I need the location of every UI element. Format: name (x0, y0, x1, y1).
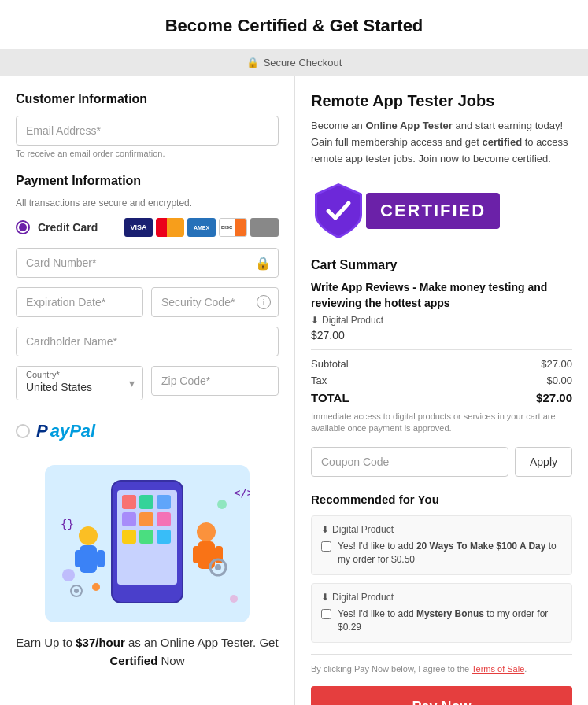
rec2-checkbox-row: Yes! I'd like to add Mystery Bonus to my… (321, 607, 562, 634)
visa-icon: VISA (124, 218, 153, 237)
email-hint: To receive an email order confirmation. (16, 149, 279, 158)
svg-rect-5 (157, 495, 171, 509)
terms-note: By clicking Pay Now below, I agree to th… (311, 663, 572, 676)
expiry-input[interactable] (16, 287, 143, 317)
paypal-option-row: P ayPal (16, 413, 279, 449)
svg-rect-8 (157, 512, 171, 526)
secure-label: Secure Checkout (264, 57, 342, 68)
card-lock-icon: 🔒 (255, 256, 271, 271)
svg-rect-14 (75, 550, 83, 567)
country-select-wrap: Country* United States Canada United Kin… (16, 366, 143, 400)
paypal-p-icon: P (36, 421, 48, 441)
promo-section: </> {} (16, 465, 279, 625)
rec2-text: Yes! I'd like to add Mystery Bonus to my… (338, 607, 562, 634)
rec2-download-icon: ⬇ (321, 592, 329, 603)
pay-now-button[interactable]: Pay Now (311, 686, 572, 705)
svg-point-22 (230, 595, 238, 603)
expiry-field (16, 287, 143, 317)
certified-badge: CERTIFIED (311, 179, 572, 242)
coupon-row: Apply (311, 447, 572, 477)
cardholder-input[interactable] (16, 327, 279, 356)
subtotal-row: Subtotal $27.00 (311, 358, 572, 370)
zip-input[interactable] (151, 366, 279, 396)
amex-icon: AMEX (187, 218, 216, 237)
credit-card-option-row: Credit Card VISA AMEX DISC (16, 218, 279, 237)
paypal-logo-text: ayPal (50, 421, 96, 441)
apply-button[interactable]: Apply (515, 447, 572, 477)
other-card-icon (250, 218, 279, 237)
coupon-input[interactable] (311, 447, 508, 477)
svg-rect-11 (157, 530, 171, 544)
rec1-text: Yes! I'd like to add 20 Ways To Make $10… (338, 540, 562, 567)
email-input[interactable] (16, 116, 279, 146)
access-note: Immediate access to digital products or … (311, 411, 572, 435)
svg-point-29 (92, 583, 100, 591)
zip-field (151, 366, 279, 400)
security-field: i (151, 287, 279, 317)
product-description: Become an Online App Tester and start ea… (311, 118, 572, 167)
product-price: $27.00 (311, 329, 572, 341)
svg-text:</>: </> (234, 486, 250, 499)
cart-summary-title: Cart Summary (311, 258, 572, 272)
svg-rect-7 (139, 512, 153, 526)
total-row: TOTAL $27.00 (311, 391, 572, 404)
svg-rect-10 (139, 530, 153, 544)
customer-info-section: Customer Information To receive an email… (16, 92, 279, 158)
rec-item-2: ⬇ Digital Product Yes! I'd like to add M… (311, 583, 572, 643)
rec1-checkbox-row: Yes! I'd like to add 20 Ways To Make $10… (321, 540, 562, 567)
rec2-header: ⬇ Digital Product (321, 592, 562, 603)
download-icon: ⬇ (311, 315, 319, 326)
svg-point-16 (197, 522, 216, 541)
svg-point-12 (79, 526, 98, 545)
phone-illustration: </> {} (45, 465, 250, 622)
svg-rect-18 (193, 546, 201, 563)
shield-icon (311, 179, 366, 242)
email-field-wrap: To receive an email order confirmation. (16, 116, 279, 158)
svg-rect-3 (122, 495, 136, 509)
recommended-title: Recommended for You (311, 493, 572, 506)
page-title: Become Certified & Get Started (0, 0, 588, 49)
rec1-checkbox[interactable] (321, 541, 331, 552)
terms-of-sale-link[interactable]: Terms of Sale (472, 664, 524, 674)
expiry-security-row: i (16, 287, 279, 327)
payment-info-subtitle: All transactions are secure and encrypte… (16, 197, 279, 209)
svg-point-26 (215, 564, 221, 570)
svg-rect-15 (97, 550, 105, 567)
svg-point-20 (62, 569, 75, 581)
paypal-radio[interactable] (16, 424, 30, 438)
mastercard-icon (156, 218, 184, 237)
card-number-field: 🔒 (16, 248, 279, 278)
tax-row: Tax $0.00 (311, 375, 572, 386)
cart-divider (311, 349, 572, 350)
payment-info-section: Payment Information All transactions are… (16, 174, 279, 449)
card-number-input[interactable] (16, 248, 279, 278)
promo-text: Earn Up to $37/hour as an Online App Tes… (16, 634, 279, 670)
digital-product-label: ⬇ Digital Product (311, 315, 572, 326)
svg-point-21 (217, 500, 227, 509)
svg-point-28 (74, 589, 79, 593)
rec-item-1: ⬇ Digital Product Yes! I'd like to add 2… (311, 515, 572, 575)
country-zip-row: Country* United States Canada United Kin… (16, 366, 279, 400)
svg-rect-9 (122, 530, 136, 544)
payment-info-title: Payment Information (16, 174, 279, 188)
paypal-logo: P ayPal (36, 421, 95, 441)
svg-text:{}: {} (61, 518, 74, 530)
rec1-header: ⬇ Digital Product (321, 524, 562, 535)
credit-card-label: Credit Card (38, 221, 98, 234)
rec2-checkbox[interactable] (321, 609, 331, 619)
card-icons: VISA AMEX DISC (124, 218, 279, 237)
security-info-icon[interactable]: i (257, 295, 271, 309)
cardholder-field (16, 327, 279, 356)
certified-text-box: CERTIFIED (366, 193, 500, 229)
terms-divider (311, 654, 572, 655)
svg-rect-4 (139, 495, 153, 509)
product-title: Remote App Tester Jobs (311, 92, 572, 110)
rec1-download-icon: ⬇ (321, 524, 329, 535)
country-label: Country* (26, 370, 60, 379)
discover-icon: DISC (219, 218, 247, 237)
svg-rect-6 (122, 512, 136, 526)
cart-product-name: Write App Reviews - Make money testing a… (311, 280, 572, 311)
secure-bar: 🔒 Secure Checkout (0, 49, 588, 76)
customer-info-title: Customer Information (16, 92, 279, 106)
credit-card-radio[interactable] (16, 220, 30, 234)
